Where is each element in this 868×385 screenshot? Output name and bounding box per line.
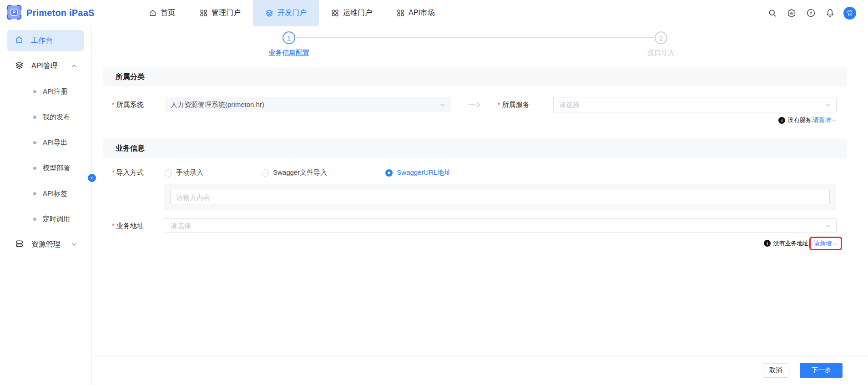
- ai-icon[interactable]: AI: [786, 8, 797, 19]
- sidebar-item-workbench[interactable]: 工作台: [7, 30, 84, 51]
- home-icon: [149, 9, 156, 17]
- chevron-down-icon: [825, 223, 831, 229]
- radio-label: 手动录入: [176, 168, 203, 177]
- step-2-label: 接口导入: [647, 49, 675, 57]
- system-select-value: 人力资源管理系统(primeton.hr): [171, 101, 439, 109]
- main-area: 1 2 业务信息配置 接口导入 所属分类 所属系统 人力资源管理系统(prime…: [92, 26, 868, 385]
- svg-text:?: ?: [809, 10, 812, 15]
- chevron-down-icon: [825, 102, 831, 108]
- business-address-select[interactable]: 请选择: [165, 218, 837, 233]
- hint-text: 没有业务地址,: [773, 239, 810, 248]
- nav-item-label: API市场: [409, 8, 435, 18]
- radio-swagger-url[interactable]: SwaggerURL地址: [385, 168, 451, 177]
- layers-icon: [15, 61, 24, 71]
- radio-swagger-file[interactable]: Swagger文件导入: [262, 168, 327, 177]
- bullet-icon: [33, 90, 36, 93]
- sidebar-item-api-tags[interactable]: API标签: [0, 183, 91, 204]
- bullet-icon: [33, 141, 36, 144]
- sidebar-item-label: 我的发布: [43, 113, 70, 122]
- nav-item-api-market[interactable]: API市场: [384, 0, 447, 26]
- grid-icon: [331, 9, 339, 17]
- radio-label: Swagger文件导入: [273, 168, 327, 177]
- step-2-circle: 2: [655, 31, 667, 44]
- add-address-link[interactable]: 请新增→: [814, 239, 838, 248]
- dashed-arrow-icon: [451, 101, 498, 108]
- next-step-button[interactable]: 下一步: [800, 363, 843, 378]
- no-service-hint: i 没有服务, 请新增→: [112, 116, 847, 124]
- sidebar-item-label: 定时调用: [43, 215, 70, 223]
- sidebar-item-label: API注册: [43, 87, 67, 96]
- primary-nav: 首页 管理门户 开发门户: [136, 0, 447, 26]
- sidebar: 工作台 API管理 API注册 我的发布 API导出: [0, 26, 92, 385]
- info-icon: i: [764, 240, 771, 247]
- sidebar-item-label: API导出: [43, 138, 67, 147]
- help-icon[interactable]: ?: [805, 8, 816, 19]
- nav-item-label: 运维门户: [343, 8, 372, 18]
- sidebar-item-model-deploy[interactable]: 模型部署: [0, 157, 91, 178]
- radio-manual-entry[interactable]: 手动录入: [165, 168, 203, 177]
- nav-item-label: 管理门户: [212, 8, 241, 18]
- service-label: 所属服务: [498, 101, 553, 109]
- sidebar-item-label: 模型部署: [43, 164, 70, 172]
- stepper: 1 2 业务信息配置 接口导入: [103, 26, 847, 67]
- chevron-down-icon: [439, 102, 445, 108]
- business-address-label: 业务地址: [112, 222, 165, 230]
- brand[interactable]: P Primeton iPaaS: [0, 0, 136, 26]
- chevron-down-icon: [71, 242, 77, 247]
- sidebar-item-label: API标签: [43, 189, 67, 198]
- nav-item-label: 开发门户: [278, 8, 307, 18]
- radio-icon: [385, 169, 393, 177]
- section-title: 业务信息: [103, 139, 847, 158]
- swagger-url-panel: [164, 184, 836, 210]
- search-icon[interactable]: [767, 8, 778, 19]
- import-mode-label: 导入方式: [112, 168, 165, 177]
- address-select-placeholder: 请选择: [171, 222, 825, 230]
- sidebar-item-api-management[interactable]: API管理: [7, 56, 84, 76]
- user-avatar[interactable]: 管: [843, 7, 856, 20]
- grid-icon: [200, 9, 207, 17]
- layers-icon: [265, 9, 273, 17]
- stepper-connector: [296, 37, 654, 38]
- bell-icon[interactable]: [824, 8, 835, 19]
- bullet-icon: [33, 116, 36, 119]
- add-service-link[interactable]: 请新增→: [813, 116, 837, 124]
- top-navbar: P Primeton iPaaS 首页 管理门户: [0, 0, 868, 26]
- cancel-button[interactable]: 取消: [763, 363, 788, 378]
- sidebar-collapse-toggle[interactable]: [88, 174, 96, 182]
- home-icon: [15, 35, 23, 46]
- nav-item-home[interactable]: 首页: [136, 0, 187, 26]
- system-select: 人力资源管理系统(primeton.hr): [165, 97, 451, 112]
- sidebar-item-label: 工作台: [31, 36, 53, 46]
- radio-label: SwaggerURL地址: [397, 168, 451, 177]
- wizard-footer: 取消 下一步: [92, 355, 868, 385]
- nav-item-label: 首页: [161, 8, 175, 18]
- nav-item-ops-portal[interactable]: 运维门户: [319, 0, 384, 26]
- system-label: 所属系统: [112, 101, 165, 109]
- no-address-hint: i 没有业务地址, 请新增→: [112, 235, 847, 251]
- service-select-placeholder: 请选择: [559, 101, 825, 109]
- brand-logo-icon: P: [6, 5, 22, 22]
- info-icon: i: [778, 117, 785, 124]
- service-select[interactable]: 请选择: [553, 97, 837, 112]
- radio-icon: [262, 169, 269, 177]
- radio-icon: [165, 169, 172, 177]
- hint-text: 没有服务,: [787, 116, 813, 124]
- sidebar-item-resource-management[interactable]: 资源管理: [7, 234, 84, 255]
- bullet-icon: [33, 167, 36, 170]
- grid-icon: [397, 9, 404, 17]
- database-icon: [15, 239, 24, 250]
- sidebar-item-api-register[interactable]: API注册: [0, 81, 91, 102]
- step-1-label: 业务信息配置: [268, 49, 309, 57]
- sidebar-item-scheduled-call[interactable]: 定时调用: [0, 208, 91, 229]
- navbar-tools: AI ? 管: [767, 0, 868, 26]
- nav-item-dev-portal[interactable]: 开发门户: [253, 0, 319, 26]
- swagger-url-input[interactable]: [170, 190, 830, 204]
- svg-text:P: P: [12, 10, 15, 15]
- highlight-red-box: 请新增→: [809, 237, 842, 250]
- nav-item-admin-portal[interactable]: 管理门户: [187, 0, 253, 26]
- sidebar-item-label: API管理: [31, 61, 58, 71]
- step-1-circle: 1: [283, 31, 295, 44]
- brand-name: Primeton iPaaS: [26, 8, 95, 18]
- sidebar-item-api-export[interactable]: API导出: [0, 132, 91, 153]
- sidebar-item-my-publish[interactable]: 我的发布: [0, 106, 91, 127]
